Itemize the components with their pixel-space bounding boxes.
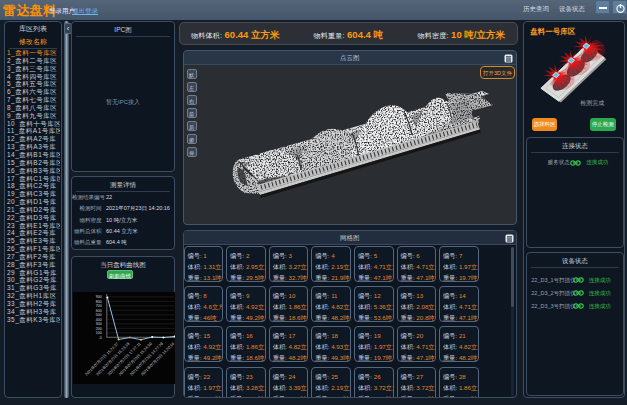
- svg-text:500: 500: [96, 313, 102, 317]
- svg-text:200: 200: [96, 327, 102, 331]
- svg-text:900: 900: [96, 295, 102, 299]
- svg-text:800: 800: [96, 300, 102, 304]
- svg-text:300: 300: [96, 322, 102, 326]
- svg-text:0: 0: [100, 336, 102, 340]
- svg-text:700: 700: [96, 304, 102, 308]
- svg-text:400: 400: [96, 318, 102, 322]
- svg-text:100: 100: [96, 331, 102, 335]
- svg-text:600: 600: [96, 309, 102, 313]
